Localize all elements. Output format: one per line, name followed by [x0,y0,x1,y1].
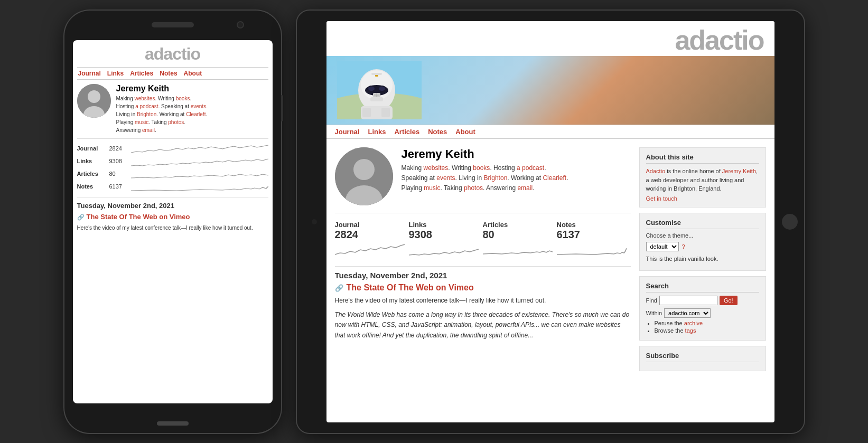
sidebar-subscribe-title: Subscribe [646,352,759,362]
tablet-post-body-2: The World Wide Web has come a long way i… [335,310,631,341]
within-dropdown[interactable]: adactio.com [664,308,711,318]
search-button[interactable]: Go! [720,296,738,305]
tablet-nav-links[interactable]: Links [368,128,386,136]
phone-stats: Journal 2824 Links 9308 Articles 80 [77,138,268,192]
stat-journal: Journal 2824 [77,143,268,154]
tablet-stat-journal: Journal 2824 [335,219,409,260]
phone-nav-about[interactable]: About [184,70,202,77]
phone-post-title-link[interactable]: The State Of The Web on Vimeo [87,213,190,221]
tablet-events-link[interactable]: events [436,174,455,182]
phone-speaker [152,22,194,27]
events-link[interactable]: events [191,103,206,109]
theme-select-row: Choose a theme... [646,232,759,239]
tablet-sparkline-links [409,241,479,256]
tablet-email-link[interactable]: email [517,184,533,192]
profile-name: Jeremy Keith [116,84,208,93]
svg-point-22 [353,159,375,180]
tablet-profile-bio: Making websites. Writing books. Hosting … [402,163,568,194]
tablet-brighton-link[interactable]: Brighton [484,174,508,182]
sidebar-about-title: About this site [646,153,759,164]
stormtrooper-illustration [337,61,422,119]
tablet-sparkline-journal [335,241,405,256]
tablet-podcast-link[interactable]: a podcast [517,164,544,172]
tablet-home-button[interactable] [782,214,798,230]
sidebar-customise-box: Customise Choose a theme... default ? Th… [639,213,766,271]
svg-rect-20 [375,75,378,77]
sidebar-customise-title: Customise [646,219,759,229]
tablet-websites-link[interactable]: websites [424,164,449,172]
tablet-camera [312,219,317,224]
profile-bio: Making websites. Writing books. Hosting … [116,95,208,134]
stat-links-label: Links [77,158,106,164]
sparkline-journal [131,143,268,154]
email-link[interactable]: email [142,127,155,133]
tablet-logo: adactio [337,26,764,54]
theme-question-icon[interactable]: ? [682,243,685,250]
archive-item: Peruse the archive [655,320,759,326]
books-link[interactable]: books [176,96,190,101]
phone-camera [237,21,244,29]
phone-profile: Jeremy Keith Making websites. Writing bo… [77,84,268,134]
music-link[interactable]: music [135,119,148,125]
tablet-music-link[interactable]: music [424,184,440,192]
search-row: Find Go! [646,296,759,305]
stat-notes: Notes 6137 [77,181,268,192]
clearleft-link[interactable]: Clearleft [186,111,206,117]
archive-link[interactable]: archive [684,320,703,326]
svg-rect-15 [370,97,383,101]
tablet-nav-articles[interactable]: Articles [394,128,419,136]
phone-nav-journal[interactable]: Journal [78,70,101,77]
sidebar-search-title: Search [646,282,759,293]
tablet-nav-notes[interactable]: Notes [428,128,447,136]
search-input[interactable] [659,296,717,305]
sidebar-archive-list: Peruse the archive Browse the tags [646,320,759,334]
get-in-touch-link[interactable]: Get in touch [646,195,759,202]
tablet-clearleft-link[interactable]: Clearleft [543,174,566,182]
tablet-stats: Journal 2824 Links 9308 [335,213,631,260]
theme-dropdown[interactable]: default [646,242,679,251]
phone-post-title-row: 🔗 The State Of The Web on Vimeo [77,213,268,221]
tablet-books-link[interactable]: books [473,164,490,172]
stat-journal-label: Journal [77,145,106,152]
tablet-date: Tuesday, November 2nd, 2021 [335,266,631,280]
phone-home-button[interactable] [157,421,189,426]
tablet-sparkline-notes [557,241,627,256]
avatar [77,84,111,118]
tablet-photos-link[interactable]: photos [464,184,483,192]
peruse-label: Peruse the [655,320,683,326]
tablet-post-title-row: 🔗 The State Of The Web on Vimeo [335,283,631,293]
tablet-main: Jeremy Keith Making websites. Writing bo… [335,147,631,416]
tablet-stat-links-label: Links [409,221,479,229]
sidebar-adactio-link[interactable]: Adactio [646,168,666,174]
tags-item: Browse the tags [655,327,759,334]
websites-link[interactable]: websites [135,96,155,101]
link-icon: 🔗 [77,214,85,221]
tablet-post-title-link[interactable]: The State Of The Web on Vimeo [347,283,474,293]
tablet-screen: adactio [326,21,774,422]
phone-post-body: Here's the video of my latest conference… [77,224,268,232]
phone-nav-articles[interactable]: Articles [130,70,153,77]
brighton-link[interactable]: Brighton [137,111,156,117]
photos-link[interactable]: photos [168,119,184,125]
browse-label: Browse the [655,327,684,334]
tablet-link-icon: 🔗 [335,284,343,293]
phone-nav-links[interactable]: Links [107,70,124,77]
tablet-nav-about[interactable]: About [455,128,475,136]
sparkline-notes [131,181,268,192]
sidebar-subscribe-box: Subscribe [639,346,766,371]
tablet-nav: Journal Links Articles Notes About [326,125,774,139]
svg-point-1 [88,90,100,103]
tablet-stat-notes-count: 6137 [557,229,627,241]
tablet-stat-articles-count: 80 [483,229,553,241]
tablet-nav-journal[interactable]: Journal [335,128,360,136]
within-label: Within [646,310,662,316]
tags-link[interactable]: tags [685,327,696,334]
tablet-stat-links: Links 9308 [409,219,483,260]
tablet-stat-notes: Notes 6137 [557,219,631,260]
sidebar-search-box: Search Find Go! Within adactio.com [639,276,766,341]
sidebar-jeremy-link[interactable]: Jeremy Keith [722,168,756,174]
podcast-link[interactable]: a podcast [135,103,158,109]
stat-articles-count: 80 [109,171,128,177]
phone-content: adactio Journal Links Articles Notes Abo… [73,40,273,403]
phone-nav-notes[interactable]: Notes [160,70,177,77]
